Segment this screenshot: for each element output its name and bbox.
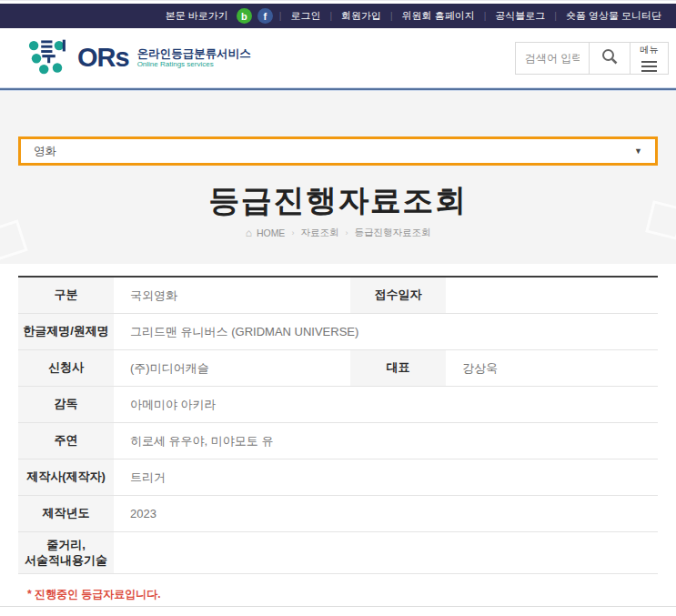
breadcrumb-current: 등급진행자료조회 — [354, 227, 430, 239]
row-value: 2023 — [114, 496, 658, 531]
search-icon — [600, 47, 619, 68]
table-row: 제작사(제작자) 트리거 — [18, 459, 658, 496]
row-label: 주연 — [18, 423, 114, 459]
row-label: 대표 — [350, 350, 446, 386]
category-selected-value: 영화 — [34, 144, 56, 159]
kreb-symbol-icon — [25, 38, 71, 78]
utility-topbar: 본문 바로가기 b f | 로그인 | 회원가입 | 위원회 홈페이지 | 공식… — [0, 4, 676, 28]
breadcrumb-separator: › — [291, 228, 294, 237]
row-value: (주)미디어캐슬 — [114, 350, 350, 386]
category-select[interactable]: 영화 ▼ — [18, 136, 658, 166]
site-header: ORs 온라인등급분류서비스 Online Ratings services 메… — [0, 28, 676, 87]
breadcrumb: ⌂ HOME › 자료조회 › 등급진행자료조회 — [0, 227, 676, 239]
committee-homepage-link[interactable]: 위원회 홈페이지 — [402, 9, 475, 23]
table-row: 한글제명/원제명 그리드맨 유니버스 (GRIDMAN UNIVERSE) — [18, 314, 658, 350]
login-link[interactable]: 로그인 — [290, 9, 320, 23]
divider: | — [279, 11, 282, 21]
facebook-icon[interactable]: f — [257, 8, 273, 24]
official-blog-link[interactable]: 공식블로그 — [495, 9, 545, 23]
shortform-monitor-link[interactable]: 숏폼 영상물 모니터단 — [566, 9, 661, 23]
in-progress-note: * 진행중인 등급자료입니다. — [27, 587, 658, 602]
row-label: 제작사(제작자) — [18, 459, 114, 495]
table-row: 주연 히로세 유우야, 미야모토 유 — [18, 423, 658, 459]
search-button[interactable] — [589, 43, 630, 74]
table-row: 감독 아메미야 아키라 — [18, 387, 658, 423]
service-name: 온라인등급분류서비스 Online Ratings services — [137, 47, 251, 69]
divider: | — [390, 11, 393, 21]
row-label: 한글제명/원제명 — [18, 314, 114, 349]
main-content: 구분 국외영화 접수일자 한글제명/원제명 그리드맨 유니버스 (GRIDMAN… — [0, 264, 676, 602]
divider: | — [329, 11, 332, 21]
row-label: 구분 — [18, 278, 114, 313]
row-value: 강상욱 — [446, 350, 658, 386]
chevron-down-icon: ▼ — [634, 146, 642, 156]
menu-button[interactable]: 메뉴 — [630, 43, 668, 74]
row-value: 트리거 — [114, 459, 658, 495]
breadcrumb-data-search[interactable]: 자료조회 — [300, 227, 338, 239]
row-label: 접수일자 — [350, 278, 446, 313]
skip-to-content-link[interactable]: 본문 바로가기 — [166, 9, 228, 23]
divider: | — [484, 11, 487, 21]
blog-icon[interactable]: b — [237, 8, 252, 24]
rating-info-table: 구분 국외영화 접수일자 한글제명/원제명 그리드맨 유니버스 (GRIDMAN… — [18, 276, 658, 574]
hamburger-icon — [641, 58, 657, 72]
ors-wordmark: ORs — [77, 45, 129, 71]
row-label: 줄거리, 서술적내용기술 — [18, 532, 114, 573]
row-value: 국외영화 — [114, 278, 350, 313]
breadcrumb-separator: › — [345, 228, 348, 237]
row-value — [114, 532, 658, 573]
table-row: 줄거리, 서술적내용기술 — [18, 532, 658, 574]
row-value — [446, 278, 658, 313]
header-search-group: 메뉴 — [515, 42, 669, 75]
page-subvisual-band: 영화 ▼ 등급진행자료조회 ⌂ HOME › 자료조회 › 등급진행자료조회 — [0, 91, 676, 264]
table-row: 신청사 (주)미디어캐슬 대표 강상욱 — [18, 350, 658, 387]
ors-logo[interactable]: ORs 온라인등급분류서비스 Online Ratings services — [25, 38, 251, 78]
search-input[interactable] — [516, 43, 589, 74]
row-value: 그리드맨 유니버스 (GRIDMAN UNIVERSE) — [114, 314, 658, 349]
signup-link[interactable]: 회원가입 — [341, 9, 381, 23]
row-label: 제작년도 — [18, 496, 114, 531]
table-row: 제작년도 2023 — [18, 496, 658, 532]
breadcrumb-home[interactable]: HOME — [257, 227, 286, 238]
row-value: 아메미야 아키라 — [114, 387, 658, 422]
table-row: 구분 국외영화 접수일자 — [18, 278, 658, 314]
home-icon: ⌂ — [246, 227, 252, 238]
row-label: 감독 — [18, 387, 114, 422]
row-value: 히로세 유우야, 미야모토 유 — [114, 423, 658, 459]
divider: | — [554, 11, 557, 21]
row-label: 신청사 — [18, 350, 114, 386]
footer-top-rule — [0, 606, 676, 607]
